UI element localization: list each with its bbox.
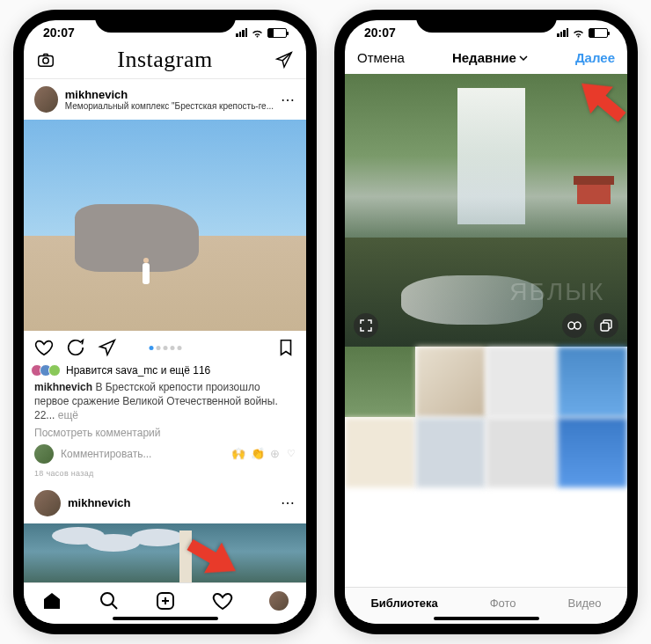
home-indicator[interactable] bbox=[434, 617, 539, 620]
video-tab[interactable]: Видео bbox=[568, 596, 602, 610]
photo-thumbnail[interactable] bbox=[558, 347, 628, 417]
notch bbox=[416, 10, 557, 33]
expand-crop-icon[interactable] bbox=[354, 313, 378, 338]
likes-text: Нравится sava_mc и ещё 116 bbox=[66, 364, 210, 377]
post-timestamp: 18 часов назад bbox=[24, 469, 306, 483]
share-icon[interactable] bbox=[98, 338, 117, 357]
boomerang-icon[interactable] bbox=[562, 313, 587, 338]
direct-message-icon[interactable] bbox=[274, 50, 294, 70]
phone-left: 20:07 Instagram mikhnevich Мемориальный … bbox=[13, 10, 317, 634]
photo-thumbnail[interactable] bbox=[486, 418, 557, 488]
screen-feed: 20:07 Instagram mikhnevich Мемориальный … bbox=[24, 20, 306, 624]
photo-thumbnail[interactable] bbox=[416, 418, 486, 488]
emoji-hands[interactable]: 🙌 bbox=[231, 447, 245, 460]
post-header: mikhnevich Мемориальный комплекс "Брестс… bbox=[24, 79, 306, 120]
post-location[interactable]: Мемориальный комплекс "Брестская крепост… bbox=[65, 101, 274, 111]
post-username[interactable]: mikhnevich bbox=[65, 88, 274, 101]
comment-icon[interactable] bbox=[66, 338, 85, 357]
profile-tab-icon[interactable] bbox=[269, 591, 289, 611]
cancel-button[interactable]: Отмена bbox=[357, 50, 405, 65]
notch bbox=[95, 10, 236, 33]
bookmark-icon[interactable] bbox=[276, 338, 296, 357]
watermark: ЯБЛЫК bbox=[509, 278, 604, 306]
post-caption: mikhnevich В Брестской крепости произошл… bbox=[24, 380, 306, 423]
photo-thumbnail[interactable] bbox=[416, 347, 486, 417]
signal-icon bbox=[236, 28, 247, 37]
phone-right: 20:07 Отмена Недавние Далее ЯБЛЫК bbox=[334, 10, 638, 634]
album-selector[interactable]: Недавние bbox=[452, 50, 528, 65]
caption-username[interactable]: mikhnevich bbox=[34, 381, 92, 393]
add-post-tab-icon[interactable] bbox=[155, 590, 176, 611]
search-tab-icon[interactable] bbox=[99, 590, 120, 611]
photo-tab[interactable]: Фото bbox=[490, 596, 516, 610]
library-tab[interactable]: Библиотека bbox=[370, 596, 437, 610]
camera-icon[interactable] bbox=[36, 50, 55, 70]
home-tab-icon[interactable] bbox=[41, 590, 62, 611]
svg-rect-4 bbox=[601, 323, 609, 331]
liker-avatars bbox=[34, 364, 61, 377]
like-icon[interactable] bbox=[34, 338, 54, 357]
svg-point-1 bbox=[43, 58, 48, 63]
avatar[interactable] bbox=[34, 86, 58, 113]
post2-username[interactable]: mikhnevich bbox=[68, 496, 131, 509]
battery-icon bbox=[589, 28, 608, 38]
photo-thumbnail[interactable] bbox=[345, 347, 415, 417]
post-actions bbox=[24, 331, 306, 364]
carousel-indicator bbox=[149, 346, 181, 350]
wifi-icon bbox=[572, 28, 585, 38]
more-options-icon[interactable]: ⋯ bbox=[281, 91, 296, 108]
post2-header: mikhnevich ⋯ bbox=[24, 483, 306, 523]
photo-thumbnail[interactable] bbox=[345, 418, 415, 488]
avatar[interactable] bbox=[34, 490, 61, 516]
add-comment-row: Комментировать... 🙌 👏 ⊕ ♡ bbox=[24, 439, 306, 469]
emoji-clap[interactable]: 👏 bbox=[251, 447, 265, 460]
view-comments-link[interactable]: Посмотреть комментарий bbox=[24, 423, 306, 439]
battery-icon bbox=[267, 28, 287, 38]
multi-select-icon[interactable] bbox=[594, 313, 618, 338]
picker-header: Отмена Недавние Далее bbox=[345, 41, 627, 74]
comment-like-icon[interactable]: ♡ bbox=[287, 448, 296, 459]
quick-emoji: 🙌 👏 ⊕ bbox=[231, 447, 280, 460]
emoji-plus-icon[interactable]: ⊕ bbox=[270, 447, 280, 460]
photo-thumbnail[interactable] bbox=[486, 347, 557, 417]
photo-thumbnail[interactable] bbox=[558, 418, 628, 488]
status-time: 20:07 bbox=[43, 26, 75, 40]
more-options-icon[interactable]: ⋯ bbox=[281, 494, 296, 511]
photo-grid bbox=[345, 347, 627, 487]
status-time: 20:07 bbox=[364, 26, 396, 40]
likes-row[interactable]: Нравится sava_mc и ещё 116 bbox=[24, 364, 306, 380]
caption-more[interactable]: ещё bbox=[58, 409, 78, 421]
comment-input[interactable]: Комментировать... bbox=[61, 448, 224, 460]
chevron-down-icon bbox=[519, 55, 528, 61]
svg-point-2 bbox=[101, 593, 113, 605]
screen-picker: 20:07 Отмена Недавние Далее ЯБЛЫК bbox=[345, 20, 627, 624]
instagram-header: Instagram bbox=[24, 41, 306, 79]
preview-controls bbox=[354, 313, 618, 338]
instagram-logo: Instagram bbox=[117, 47, 212, 73]
home-indicator[interactable] bbox=[113, 617, 218, 620]
post-image[interactable] bbox=[24, 120, 306, 331]
album-label: Недавние bbox=[452, 50, 516, 65]
signal-icon bbox=[557, 28, 568, 37]
wifi-icon bbox=[251, 28, 264, 38]
status-icons bbox=[557, 28, 608, 38]
status-icons bbox=[236, 28, 287, 38]
my-avatar bbox=[34, 444, 54, 464]
